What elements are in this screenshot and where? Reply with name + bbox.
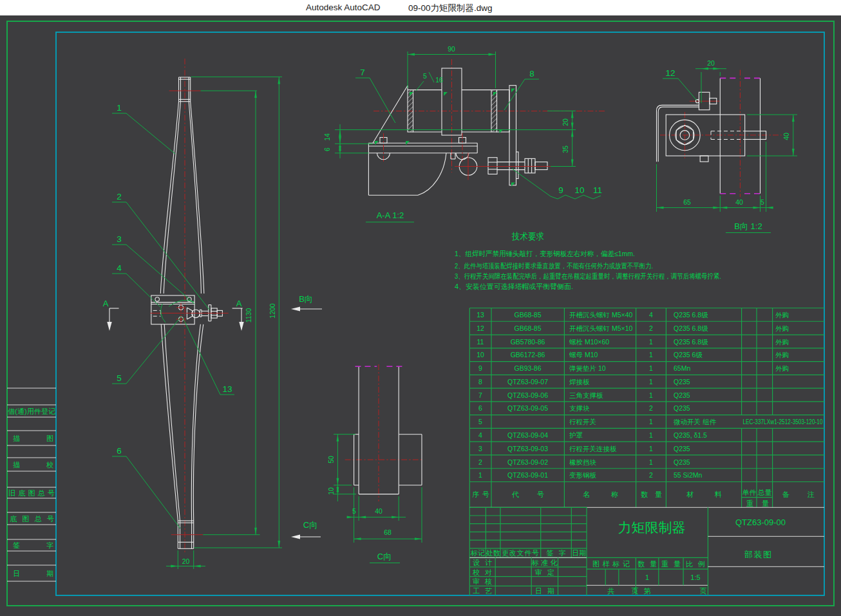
arrowhead (701, 68, 708, 70)
bom-cell-qty: 1 (649, 418, 653, 425)
arrowhead (753, 207, 761, 209)
sign-label: 审定 (535, 568, 554, 576)
bom-cell-name: 橡胶挡块 (569, 458, 597, 466)
dim-40-bottom: 40 (735, 198, 743, 206)
path (658, 107, 699, 162)
sidebar-register-table: 借(通)用件登记描图描校旧底图总号底图总号签字日期 (7, 388, 56, 581)
line (126, 316, 182, 384)
tech-req-title: 技术要求 (511, 231, 544, 241)
line (126, 113, 175, 154)
bom-cell-name: 护罩 (569, 431, 583, 439)
drawing-title: 力矩限制器 (618, 520, 686, 535)
bom-cell-code: QTZ63-09-05 (507, 404, 548, 412)
bom-cell-qty: 1 (649, 378, 653, 386)
path (161, 324, 178, 521)
technical-requirements: 技术要求1、组焊时严禁用锤头敲打，变形钢板左右对称，偏差≤1mm.2、此件与塔顶… (455, 231, 721, 290)
callout-c4: 4 (117, 263, 122, 273)
arrowhead (194, 565, 201, 568)
bom-cell-qty: 1 (649, 458, 653, 466)
arrowhead (339, 136, 341, 144)
bom-cell-material: Q235 6.8级 (674, 324, 708, 332)
sidebar-label: 底图总号 (10, 515, 54, 523)
title-block: 标记处数更改文件号签 字日期设计标准化校对审定审核工艺日期力矩限制器图样标记数量… (469, 507, 824, 595)
arrowhead (278, 77, 280, 84)
bom-header-remark: 备注 (782, 490, 815, 498)
dim-35-right: 35 (562, 145, 569, 153)
bom-cell-seq: 2 (478, 458, 482, 466)
bom-cell-name: 螺母 M10 (569, 351, 598, 359)
line (126, 456, 180, 528)
scale-value: 1:5 (690, 574, 700, 581)
bom-header-weight2: 量 (762, 499, 769, 507)
sidebar-label: 签字 (13, 541, 53, 549)
view-c-label: C向 (303, 520, 317, 530)
bom-cell-material: Q235 6.8级 (674, 338, 708, 346)
section-a-a-view: 9020351465167891011A-A 1:2 (323, 45, 605, 222)
sign-label: 日期 (535, 587, 554, 595)
callout-c7: 7 (360, 68, 365, 77)
view-c-arrow (291, 535, 300, 539)
arrowhead (254, 528, 257, 535)
bom-cell-code: GB6172-86 (511, 351, 545, 359)
bom-cell-material: Q235 6级 (674, 351, 703, 359)
dim-20-right: 20 (562, 118, 569, 126)
section-marker-a-left: A (103, 299, 109, 308)
callout-c3: 3 (117, 234, 122, 244)
bom-cell-name: 开槽沉头螺钉 M5×10 (569, 324, 632, 332)
bom-header-seq: 序号 (472, 490, 489, 498)
bom-cell-code: QTZ63-09-06 (507, 391, 548, 399)
arrowhead (657, 207, 664, 209)
path (193, 324, 203, 521)
arrowhead (171, 565, 178, 568)
bom-cell-material: Q235 (674, 378, 690, 386)
tech-req-item: 4、安装位置可选择塔帽或平衡臂侧面. (455, 283, 573, 290)
sidebar-label: 描图 (13, 434, 53, 442)
bom-cell-material: Q235, δ1.5 (674, 431, 707, 439)
bom-header-qty: 数量 (641, 490, 662, 498)
bom-cell-seq: 13 (477, 311, 484, 319)
path (657, 105, 699, 162)
bom-cell-remark: LEC-337LXw1-2512-3503-120-10 (743, 418, 823, 425)
bom-cell-code: GB5780-86 (511, 338, 545, 346)
drawing-number: QTZ63-09-00 (735, 518, 786, 527)
bom-cell-material: Q235 (674, 404, 690, 412)
washer (516, 152, 519, 179)
dim-50: 50 (327, 456, 335, 463)
sign-label: 设计 (473, 559, 492, 566)
bottom-tab (700, 156, 708, 162)
bom-cell-code: QTZ63-09-07 (507, 378, 548, 386)
bom-cell-qty: 1 (649, 445, 653, 453)
callout-c13: 13 (222, 384, 232, 394)
sign-label: 审核 (473, 577, 492, 585)
arrowhead (278, 541, 280, 548)
bom-cell-name: 行程开关 (569, 418, 596, 425)
view-b-label: B向 (299, 294, 313, 304)
bom-cell-name: 三角支撑板 (569, 391, 603, 399)
callout-c11: 11 (593, 185, 602, 195)
drawing-canvas[interactable]: 借(通)用件登记描图描校旧底图总号底图总号签字日期 11301200201234… (0, 0, 841, 616)
weld-hatch-right (491, 90, 497, 132)
view-b-arrow (291, 307, 300, 312)
sign-label: 校对 (472, 568, 492, 576)
dim-68: 68 (384, 528, 392, 536)
bom-cell-name: 螺栓 M10×60 (569, 338, 609, 346)
bom-cell-name: 行程开关连接板 (569, 445, 617, 453)
callout-c1: 1 (117, 103, 122, 113)
bom-cell-material: 微动开关 组件 (674, 418, 716, 425)
bom-cell-name: 弹簧垫片 10 (569, 364, 606, 372)
callout-c10: 10 (574, 185, 584, 195)
dim-40-right: 40 (782, 133, 790, 140)
bom-cell-qty: 2 (649, 404, 653, 412)
revision-header: 处数 (486, 549, 500, 557)
bom-cell-code: QTZ63-09-01 (507, 471, 548, 479)
pages-page-label: 页 (700, 587, 707, 595)
arrowhead (571, 130, 574, 137)
revision-header: 更改文件号 (502, 549, 539, 557)
bom-cell-qty: 1 (649, 391, 653, 399)
callout-c8: 8 (529, 69, 534, 79)
bom-cell-qty: 1 (649, 351, 653, 359)
arrowhead (571, 111, 574, 118)
bom-cell-seq: 6 (478, 404, 482, 412)
bom-cell-code: GB68-85 (514, 311, 541, 319)
arrowhead (489, 53, 496, 56)
